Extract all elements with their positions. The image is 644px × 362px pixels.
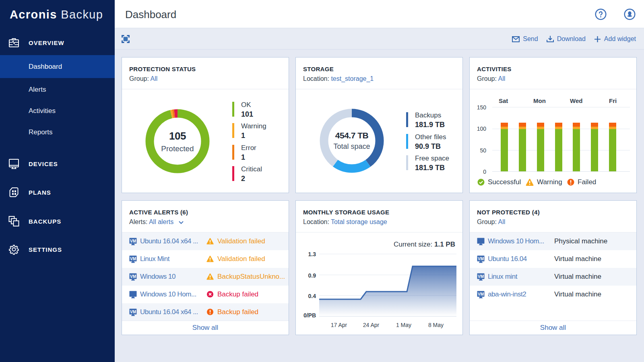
svg-text:VM: VM [130,257,136,261]
svg-text:VM: VM [478,292,484,296]
svg-text:VM: VM [478,274,484,279]
svg-text:VM: VM [130,310,136,314]
svg-text:VM: VM [478,257,484,261]
svg-text:VM: VM [130,239,136,243]
svg-text:VM: VM [130,274,136,279]
